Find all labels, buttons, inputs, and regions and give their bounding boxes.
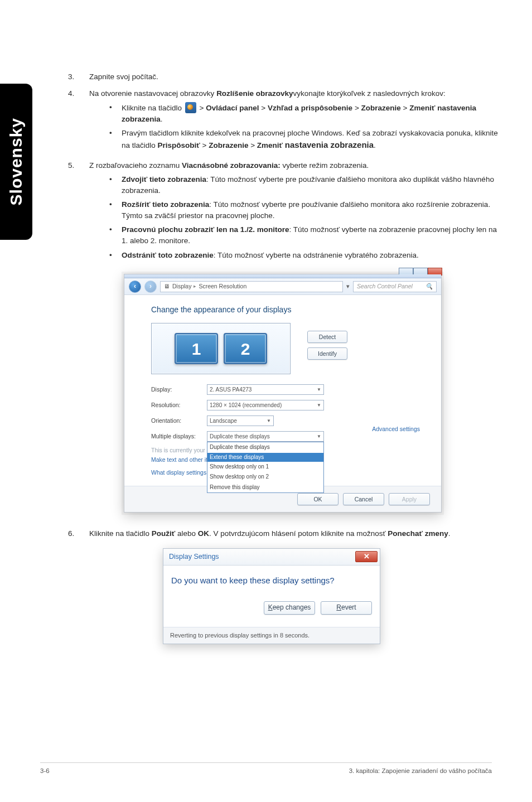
monitor-1[interactable]: 1 (175, 333, 218, 364)
titlebar (124, 274, 441, 278)
dialog-footer: Reverting to previous display settings i… (163, 627, 380, 644)
text: . (161, 115, 163, 123)
btn-rest: eep changes (273, 603, 311, 612)
text: . (374, 141, 376, 149)
text: alebo (175, 529, 198, 538)
breadcrumb-item: Display (172, 282, 191, 291)
keep-changes-button[interactable]: Keep changes (264, 601, 315, 615)
dd-option-selected[interactable]: Extend these displays (207, 453, 323, 462)
text: . V potvrdzujúcom hlásení potom kliknite… (209, 529, 388, 538)
text-bold: Použiť (152, 529, 175, 538)
bullet: • (109, 102, 122, 124)
page-number: 3-6 (40, 767, 50, 774)
main-content: 3. Zapnite svoj počítač. 4. Na otvorenie… (68, 71, 503, 644)
text-bold: Vzhľad a prispôsobenie (268, 104, 352, 112)
text-bold: Rozlíšenie obrazovky (216, 89, 293, 98)
combo-value: Duplicate these displays (210, 433, 270, 441)
sub-body: Odstrániť toto zobrazenie: Túto možnosť … (122, 250, 503, 261)
display-preview[interactable]: 1 2 (151, 323, 291, 374)
screenshot-confirm-dialog: Display Settings ✕ Do you want to keep t… (163, 548, 380, 645)
multiple-combo-open[interactable]: Duplicate these displays▼ Duplicate thes… (207, 431, 324, 442)
heading: Change the appearance of your displays (151, 304, 425, 315)
resolution-combo[interactable]: 1280 × 1024 (recommended)▼ (207, 400, 324, 410)
label-multiple: Multiple displays: (151, 432, 207, 441)
sub-body: Pracovnú plochu zobraziť len na 1./2. mo… (122, 224, 503, 246)
dd-option[interactable]: Show desktop only on 2 (207, 472, 323, 482)
text-bold: Zmeniť (257, 141, 283, 149)
text-bold: Ovládací panel (206, 104, 259, 112)
search-icon: 🔍 (425, 282, 433, 291)
start-icon (185, 102, 196, 113)
detect-button[interactable]: Detect (307, 331, 347, 343)
nav-bar: ‹ › 🖥 Display ▸ Screen Resolution ▾ Sear… (124, 278, 441, 295)
step-body: Kliknite na tlačidlo Použiť alebo OK. V … (89, 528, 503, 539)
text-bold: OK (198, 529, 209, 538)
revert-button[interactable]: Revert (321, 601, 372, 615)
forward-button[interactable]: › (144, 281, 157, 293)
page-footer: 3-6 3. kapitola: Zapojenie zariadení do … (40, 762, 492, 774)
step-number: 3. (68, 71, 89, 83)
text-bold: Rozšíriť tieto zobrazenia (122, 200, 209, 209)
text: : Túto možnosť vyberte na odstránenie vy… (214, 251, 419, 259)
combo-value: Landscape (210, 417, 237, 426)
sub-body: Rozšíriť tieto zobrazenia: Túto možnosť … (122, 199, 503, 221)
bullet: • (109, 128, 122, 151)
ok-button[interactable]: OK (297, 493, 338, 505)
step-number: 4. (68, 88, 89, 154)
chevron-down-icon: ▼ (317, 386, 321, 393)
close-button[interactable]: ✕ (355, 551, 378, 562)
dd-option[interactable]: Duplicate these displays (207, 442, 323, 453)
search-input[interactable]: Search Control Panel 🔍 (353, 281, 437, 292)
screenshot-resolution-window: ‹ › 🖥 Display ▸ Screen Resolution ▾ Sear… (124, 274, 442, 513)
cancel-button[interactable]: Cancel (343, 493, 384, 505)
sub-body: Kliknite na tlačidlo > Ovládací panel > … (122, 102, 503, 124)
dd-option[interactable]: Remove this display (207, 482, 323, 493)
address-bar[interactable]: 🖥 Display ▸ Screen Resolution (160, 281, 343, 292)
language-label: Slovensky (7, 118, 26, 205)
text-bold: Zobrazenie (361, 104, 401, 112)
chapter-title: 3. kapitola: Zapojenie zariadení do vášh… (349, 767, 492, 774)
dialog-titlebar: Display Settings ✕ (163, 549, 380, 566)
breadcrumb-item: Screen Resolution (199, 282, 246, 291)
chevron-down-icon: ▼ (317, 433, 321, 440)
label-display: Display: (151, 385, 207, 394)
dialog-title: Display Settings (169, 552, 219, 562)
sub-body: Zdvojiť tieto zobrazenia: Túto možnosť v… (122, 174, 503, 196)
chevron-down-icon: ▼ (317, 402, 321, 409)
step-number: 6. (68, 528, 89, 539)
label-orientation: Orientation: (151, 417, 207, 425)
chevron-down-icon[interactable]: ▾ (346, 282, 350, 291)
back-button[interactable]: ‹ (129, 281, 141, 293)
dd-option[interactable]: Show desktop only on 1 (207, 462, 323, 472)
bullet: • (109, 224, 122, 246)
monitor-2[interactable]: 2 (224, 333, 267, 364)
apply-button[interactable]: Apply (389, 493, 430, 505)
step-body: Zapnite svoj počítač. (89, 71, 503, 83)
dialog-question: Do you want to keep these display settin… (171, 574, 372, 587)
bullet: • (109, 199, 122, 221)
text: vyberte režim zobrazenia. (280, 161, 369, 170)
sub-body: Pravým tlačidlom kliknite kdekoľvek na p… (122, 128, 503, 151)
text: Z rozbaľovacieho zoznamu (89, 161, 182, 170)
text-bold: Pracovnú plochu zobraziť len na 1./2. mo… (122, 225, 289, 234)
combo-value: 2. ASUS PA4273 (210, 386, 252, 394)
text-bold: Viacnásobné zobrazovania: (182, 161, 280, 170)
text-bold: Zobrazenie (209, 141, 248, 149)
text-bold: Prispôsobiť (158, 141, 200, 149)
search-placeholder: Search Control Panel (357, 282, 413, 291)
window-body: Change the appearance of your displays 1… (124, 295, 441, 512)
monitor-icon: 🖥 (164, 282, 170, 291)
dialog-body: Do you want to keep these display settin… (163, 566, 380, 627)
orientation-combo[interactable]: Landscape▼ (207, 416, 274, 426)
label-resolution: Resolution: (151, 401, 207, 409)
chevron-down-icon: ▼ (267, 418, 271, 424)
step-body: Na otvorenie nastavovacej obrazovky Rozl… (89, 88, 503, 154)
identify-button[interactable]: Identify (307, 347, 347, 360)
bullet: • (109, 174, 122, 196)
display-combo[interactable]: 2. ASUS PA4273▼ (207, 384, 324, 395)
bullet: • (109, 250, 122, 261)
language-side-tab: Slovensky (0, 84, 32, 240)
text: . (448, 529, 451, 538)
text: Kliknite na tlačidlo (89, 529, 152, 538)
text: vykonajte ktorýkoľvek z nasledovných kro… (293, 89, 445, 98)
